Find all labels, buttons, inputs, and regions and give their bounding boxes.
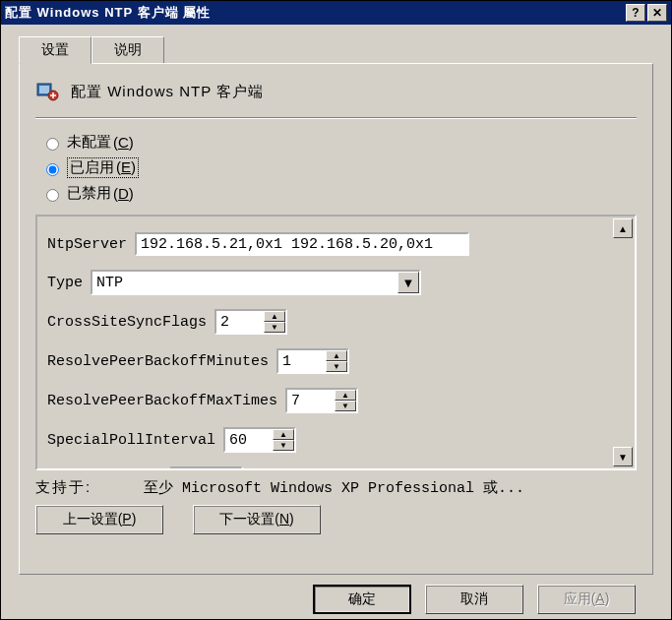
- spin-down-icon[interactable]: ▼: [264, 322, 285, 333]
- spin-down-icon[interactable]: ▼: [326, 361, 347, 372]
- eventlog-spinner[interactable]: ▲▼: [170, 466, 243, 470]
- spin-up-icon[interactable]: ▲: [219, 468, 241, 470]
- svg-rect-1: [39, 86, 49, 93]
- radio-disabled[interactable]: 已禁用 (D): [41, 184, 637, 203]
- radio-not-configured[interactable]: 未配置 (C): [41, 133, 637, 152]
- chevron-down-icon[interactable]: ▼: [397, 272, 419, 293]
- spin-up-icon[interactable]: ▲: [326, 350, 347, 361]
- next-setting-button[interactable]: 下一设置(N): [193, 505, 321, 534]
- spin-down-icon[interactable]: ▼: [273, 440, 294, 451]
- titlebar[interactable]: 配置 Windows NTP 客户端 屬性 ? ✕: [1, 1, 671, 25]
- scroll-down-icon[interactable]: ▼: [613, 447, 633, 466]
- spin-up-icon[interactable]: ▲: [264, 311, 285, 322]
- vertical-scrollbar[interactable]: ▲ ▼: [613, 218, 633, 466]
- scroll-up-icon[interactable]: ▲: [613, 218, 633, 238]
- settings-panel: 配置 Windows NTP 客户端 未配置 (C) 已启用(E) 已禁用 (D…: [19, 63, 653, 575]
- poll-spinner[interactable]: ▲▼: [223, 427, 296, 453]
- window-title: 配置 Windows NTP 客户端 屬性: [5, 4, 626, 22]
- type-combobox[interactable]: ▼: [91, 270, 421, 295]
- crosssite-spinner[interactable]: ▲▼: [214, 309, 287, 335]
- crosssite-label: CrossSiteSyncFlags: [47, 314, 207, 331]
- spin-down-icon[interactable]: ▼: [335, 401, 356, 411]
- separator: [35, 117, 637, 119]
- type-label: Type: [47, 275, 83, 291]
- type-value[interactable]: [92, 272, 397, 293]
- ntpserver-label: NtpServer: [47, 236, 127, 253]
- radio-enabled[interactable]: 已启用(E): [41, 157, 637, 178]
- cancel-button[interactable]: 取消: [425, 585, 523, 614]
- question-icon: ?: [632, 6, 639, 20]
- properties-dialog: 配置 Windows NTP 客户端 屬性 ? ✕ 设置 说明 配置 Windo…: [0, 0, 672, 620]
- apply-button[interactable]: 应用(A): [537, 585, 636, 614]
- header-text: 配置 Windows NTP 客户端: [71, 83, 264, 101]
- close-icon: ✕: [652, 6, 662, 20]
- policy-icon: [35, 80, 59, 103]
- spin-up-icon[interactable]: ▲: [273, 429, 294, 440]
- prev-setting-button[interactable]: 上一设置(P): [35, 505, 163, 534]
- supported-label: 支持于:: [35, 478, 144, 497]
- poll-label: SpecialPollInterval: [47, 432, 215, 449]
- ntpserver-input[interactable]: [135, 232, 469, 256]
- close-button[interactable]: ✕: [647, 4, 667, 22]
- backoffmax-label: ResolvePeerBackoffMaxTimes: [47, 393, 277, 409]
- tab-explain[interactable]: 说明: [92, 36, 164, 63]
- tab-settings[interactable]: 设置: [19, 36, 92, 64]
- spin-up-icon[interactable]: ▲: [335, 390, 356, 401]
- ok-button[interactable]: 确定: [313, 585, 411, 614]
- help-button[interactable]: ?: [626, 4, 645, 22]
- backoffmin-spinner[interactable]: ▲▼: [276, 348, 349, 374]
- backoffmin-label: ResolvePeerBackoffMinutes: [47, 353, 269, 370]
- supported-value: 至少 Microsoft Windows XP Professional 或..…: [144, 478, 524, 497]
- backoffmax-spinner[interactable]: ▲▼: [285, 388, 358, 413]
- settings-scroll-area: NtpServer Type ▼ CrossSiteSyncFlags ▲▼: [35, 215, 637, 470]
